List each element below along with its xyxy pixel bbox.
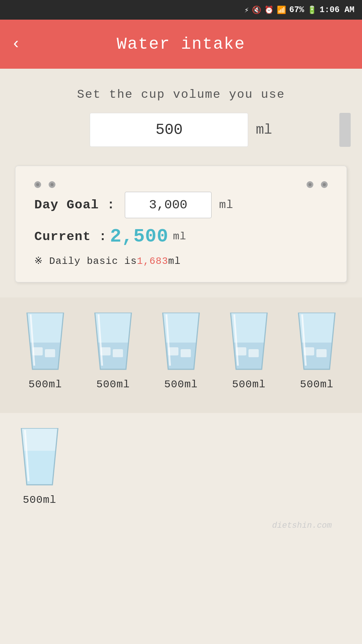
- current-value: 2,500: [110, 226, 169, 247]
- svg-rect-4: [45, 349, 55, 357]
- glass-item-3[interactable]: 500ml: [156, 313, 206, 390]
- daily-basic-value: 1,683: [137, 256, 168, 267]
- daily-basic-suffix: ml: [168, 256, 181, 267]
- glass-label-1: 500ml: [28, 379, 62, 390]
- battery-icon: 🔋: [307, 5, 317, 15]
- battery-text: 67%: [289, 5, 304, 15]
- alarm-icon: ⏰: [264, 5, 274, 15]
- pin-4: [321, 181, 328, 188]
- pin-2: [49, 181, 55, 188]
- day-goal-row: Day Goal : ml: [34, 192, 328, 218]
- current-unit: ml: [173, 231, 187, 242]
- glass-label-5: 500ml: [300, 379, 333, 390]
- bluetooth-icon: ⚡: [244, 5, 249, 15]
- glasses-row-2: 500ml: [15, 428, 347, 506]
- cup-unit-label: ml: [256, 122, 272, 138]
- day-goal-label: Day Goal :: [34, 198, 125, 212]
- daily-basic-prefix: ※ Daily basic is: [34, 256, 137, 267]
- svg-rect-18: [181, 349, 191, 357]
- glass-svg-6: [15, 428, 64, 488]
- status-bar: ⚡ 🔇 ⏰ 📶 67% 🔋 1:06 AM: [0, 0, 362, 20]
- glass-label-2: 500ml: [96, 379, 130, 390]
- glass-label-6: 500ml: [23, 494, 56, 506]
- pin-group-right: [307, 181, 328, 188]
- main-content: Set the cup volume you use ml Day Goal :…: [0, 69, 362, 297]
- glass-svg-4: [224, 313, 273, 373]
- glass-item-6[interactable]: 500ml: [15, 428, 64, 506]
- mute-icon: 🔇: [252, 5, 261, 15]
- glass-item-4[interactable]: 500ml: [224, 313, 273, 390]
- status-icons: ⚡ 🔇 ⏰ 📶 67% 🔋 1:06 AM: [244, 5, 354, 15]
- cup-volume-input[interactable]: [90, 113, 248, 147]
- svg-rect-25: [248, 349, 259, 357]
- time-display: 1:06 AM: [320, 5, 354, 15]
- scroll-indicator: [339, 113, 351, 147]
- day-goal-unit: ml: [219, 199, 233, 211]
- glass-item-2[interactable]: 500ml: [89, 313, 138, 390]
- glass-item-1[interactable]: 500ml: [21, 313, 70, 390]
- bottom-section: 500ml dietshin.com: [0, 413, 362, 602]
- pin-3: [307, 181, 313, 188]
- cup-volume-row: ml: [15, 113, 347, 147]
- pin-row: [34, 181, 328, 188]
- svg-rect-32: [316, 349, 327, 357]
- day-goal-input[interactable]: [125, 192, 212, 218]
- glass-label-4: 500ml: [232, 379, 265, 390]
- pin-group-left: [34, 181, 55, 188]
- daily-basic-row: ※ Daily basic is1,683ml: [34, 255, 328, 267]
- back-button[interactable]: ‹: [11, 35, 21, 53]
- page-title: Water intake: [117, 35, 245, 54]
- current-label: Current :: [34, 230, 107, 244]
- glass-svg-1: [21, 313, 70, 373]
- glass-svg-2: [89, 313, 138, 373]
- glass-item-5[interactable]: 500ml: [292, 313, 341, 390]
- glasses-row-1: 500ml 500ml: [15, 313, 347, 390]
- current-row: Current : 2,500 ml: [34, 226, 328, 247]
- glass-svg-3: [156, 313, 206, 373]
- wifi-icon: 📶: [277, 5, 286, 15]
- goal-card: Day Goal : ml Current : 2,500 ml ※ Daily…: [15, 166, 347, 282]
- glass-svg-5: [292, 313, 341, 373]
- watermark: dietshin.com: [15, 513, 347, 538]
- svg-rect-11: [113, 349, 123, 357]
- glasses-section: 500ml 500ml: [0, 297, 362, 413]
- glass-label-3: 500ml: [164, 379, 198, 390]
- cup-volume-label: Set the cup volume you use: [15, 88, 347, 102]
- pin-1: [34, 181, 41, 188]
- app-header: ‹ Water intake: [0, 20, 362, 69]
